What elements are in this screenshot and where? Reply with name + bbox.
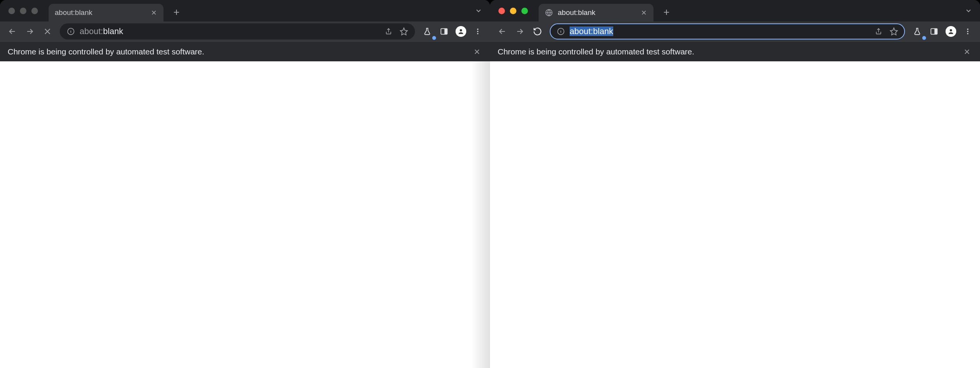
toolbar: about:blank bbox=[490, 21, 980, 41]
share-icon[interactable] bbox=[871, 24, 886, 39]
profile-button[interactable] bbox=[452, 23, 469, 40]
window-minimize-button[interactable] bbox=[510, 8, 516, 14]
window-maximize-button[interactable] bbox=[31, 8, 38, 14]
address-bar-text: about:blank bbox=[569, 26, 869, 36]
svg-rect-3 bbox=[445, 29, 447, 34]
share-icon[interactable] bbox=[381, 24, 396, 39]
browser-tab[interactable]: about:blank bbox=[539, 4, 653, 21]
bookmark-icon[interactable] bbox=[397, 24, 411, 39]
tab-close-button[interactable] bbox=[150, 8, 158, 17]
new-tab-button[interactable] bbox=[659, 5, 674, 20]
svg-point-13 bbox=[967, 29, 968, 30]
svg-point-6 bbox=[477, 31, 478, 32]
person-icon bbox=[456, 26, 466, 37]
svg-point-14 bbox=[967, 31, 968, 32]
page-content bbox=[490, 61, 980, 368]
forward-button[interactable] bbox=[511, 23, 528, 40]
forward-button[interactable] bbox=[21, 23, 38, 40]
infobar-message: Chrome is being controlled by automated … bbox=[8, 47, 204, 56]
infobar-close-button[interactable] bbox=[472, 46, 482, 57]
tab-title: about:blank bbox=[55, 8, 145, 17]
person-icon bbox=[946, 26, 956, 37]
page-content bbox=[0, 61, 490, 368]
address-bar[interactable]: about:blank bbox=[60, 23, 415, 39]
infobar-message: Chrome is being controlled by automated … bbox=[498, 47, 694, 56]
infobar-close-button[interactable] bbox=[962, 46, 972, 57]
menu-button[interactable] bbox=[469, 23, 486, 40]
tab-close-button[interactable] bbox=[640, 8, 648, 17]
window-minimize-button[interactable] bbox=[20, 8, 26, 14]
browser-tab[interactable]: about:blank bbox=[49, 4, 163, 21]
reload-button[interactable] bbox=[529, 23, 546, 40]
tab-strip: about:blank bbox=[0, 0, 490, 21]
tab-search-button[interactable] bbox=[962, 5, 975, 17]
globe-icon bbox=[545, 8, 553, 17]
svg-point-4 bbox=[460, 29, 462, 31]
window-close-button[interactable] bbox=[498, 8, 505, 14]
browser-window-right: about:blank bbox=[490, 0, 980, 368]
side-panel-icon[interactable] bbox=[926, 23, 942, 40]
window-controls bbox=[0, 0, 46, 21]
tab-search-button[interactable] bbox=[472, 5, 485, 17]
labs-icon[interactable] bbox=[909, 23, 926, 40]
window-controls bbox=[490, 0, 536, 21]
back-button[interactable] bbox=[494, 23, 511, 40]
svg-point-12 bbox=[950, 29, 952, 31]
address-bar-text: about:blank bbox=[79, 26, 379, 36]
address-bar-actions bbox=[871, 24, 901, 39]
right-edge-shadow bbox=[471, 61, 490, 368]
tab-strip: about:blank bbox=[490, 0, 980, 21]
window-close-button[interactable] bbox=[8, 8, 15, 14]
svg-rect-11 bbox=[935, 29, 937, 34]
tab-title: about:blank bbox=[558, 8, 635, 17]
address-bar[interactable]: about:blank bbox=[550, 23, 905, 39]
toolbar-right bbox=[909, 23, 976, 40]
browser-window-left: about:blank bbox=[0, 0, 490, 368]
toolbar: about:blank bbox=[0, 21, 490, 41]
new-tab-button[interactable] bbox=[169, 5, 184, 20]
automation-infobar: Chrome is being controlled by automated … bbox=[0, 41, 490, 61]
svg-point-7 bbox=[477, 33, 478, 34]
window-maximize-button[interactable] bbox=[521, 8, 528, 14]
svg-point-15 bbox=[967, 33, 968, 34]
bookmark-icon[interactable] bbox=[887, 24, 901, 39]
site-info-icon[interactable] bbox=[65, 26, 77, 37]
toolbar-right bbox=[419, 23, 486, 40]
stop-button[interactable] bbox=[39, 23, 56, 40]
address-bar-actions bbox=[381, 24, 411, 39]
labs-icon[interactable] bbox=[419, 23, 436, 40]
site-info-icon[interactable] bbox=[555, 26, 567, 37]
back-button[interactable] bbox=[4, 23, 21, 40]
side-panel-icon[interactable] bbox=[436, 23, 452, 40]
svg-point-5 bbox=[477, 29, 478, 30]
menu-button[interactable] bbox=[959, 23, 976, 40]
profile-button[interactable] bbox=[942, 23, 959, 40]
automation-infobar: Chrome is being controlled by automated … bbox=[490, 41, 980, 61]
